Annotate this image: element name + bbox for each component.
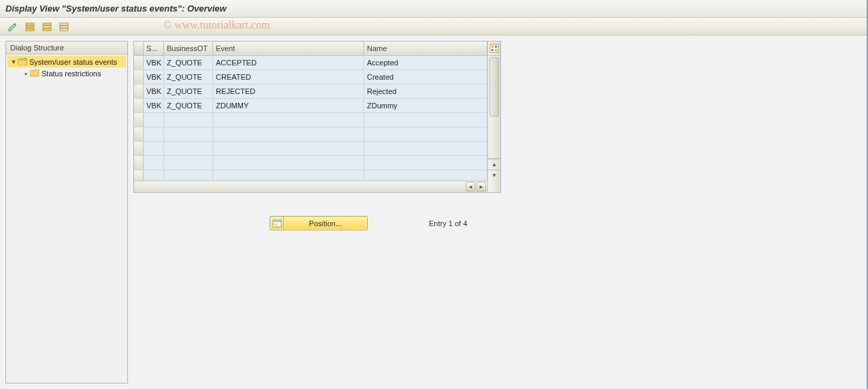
- cell-event: ZDUMMY: [213, 99, 364, 112]
- grid-hscroll: ◄ ►: [134, 181, 487, 192]
- grid-header-row: S... BusinessOT Event Name: [134, 42, 487, 56]
- cell-event: CREATED: [213, 70, 364, 84]
- folder-closed-icon: [30, 69, 39, 77]
- grid-select-all-header[interactable]: [134, 42, 144, 55]
- cell-name: Created: [364, 70, 487, 84]
- tree-item-label: Status restrictions: [42, 69, 101, 78]
- title-bar: Display View "System/user status events"…: [0, 0, 867, 18]
- grid-vscroll[interactable]: [488, 56, 500, 159]
- cell-name: ZDummy: [364, 99, 487, 112]
- table-row-empty[interactable]: [134, 113, 487, 127]
- scroll-left-button[interactable]: ◄: [466, 182, 475, 191]
- row-selector[interactable]: [134, 84, 144, 98]
- cell-s: VBK: [144, 84, 164, 98]
- table-row[interactable]: VBKZ_QUOTEREJECTEDRejected: [134, 84, 487, 99]
- svg-rect-3: [43, 23, 51, 25]
- page-title: Display View "System/user status events"…: [5, 3, 227, 14]
- col-header-businessot[interactable]: BusinessOT: [164, 42, 213, 55]
- svg-rect-13: [495, 49, 497, 51]
- cell-name: Rejected: [364, 84, 487, 98]
- expand-toggle-icon[interactable]: ▼: [10, 59, 17, 65]
- cell-s: VBK: [144, 70, 164, 84]
- scrollbar-thumb[interactable]: [489, 57, 499, 116]
- svg-rect-1: [26, 26, 34, 28]
- svg-rect-16: [274, 223, 277, 225]
- cell-businessot: Z_QUOTE: [164, 99, 213, 112]
- dialog-structure-panel: Dialog Structure ▼ System/user status ev…: [5, 41, 128, 384]
- col-header-event[interactable]: Event: [213, 42, 364, 55]
- position-button[interactable]: Position...: [270, 216, 368, 230]
- position-icon: [270, 217, 284, 230]
- row-selector[interactable]: [134, 142, 144, 155]
- row-selector[interactable]: [134, 113, 144, 127]
- cell-name: Accepted: [364, 56, 487, 69]
- row-selector[interactable]: [134, 99, 144, 112]
- table-row[interactable]: VBKZ_QUOTEACCEPTEDAccepted: [134, 56, 487, 70]
- svg-rect-9: [490, 44, 498, 52]
- tree-item-status-restrictions[interactable]: • Status restrictions: [7, 67, 126, 79]
- svg-rect-11: [495, 46, 497, 48]
- cell-s: VBK: [144, 99, 164, 112]
- table-row-empty[interactable]: [134, 127, 487, 142]
- svg-rect-6: [60, 23, 68, 25]
- svg-rect-7: [60, 26, 68, 28]
- svg-rect-8: [60, 29, 68, 31]
- data-grid: S... BusinessOT Event Name VBKZ_QUOTEACC…: [133, 41, 501, 193]
- scroll-up-button[interactable]: ▲: [488, 159, 500, 170]
- svg-rect-15: [273, 220, 281, 222]
- watermark: © www.tutorialkart.com: [163, 19, 270, 31]
- row-selector[interactable]: [134, 127, 144, 141]
- svg-rect-5: [43, 29, 51, 31]
- deselect-all-button[interactable]: [57, 20, 71, 33]
- col-header-s[interactable]: S...: [144, 42, 164, 55]
- select-block-button[interactable]: [39, 20, 54, 33]
- tree-header: Dialog Structure: [6, 42, 127, 55]
- toggle-edit-button[interactable]: [5, 20, 20, 33]
- svg-rect-0: [26, 23, 34, 25]
- scroll-right-button[interactable]: ►: [477, 182, 486, 191]
- cell-event: REJECTED: [213, 84, 364, 98]
- bullet-icon: •: [22, 69, 29, 78]
- cell-businessot: Z_QUOTE: [164, 56, 213, 69]
- position-button-label: Position...: [284, 219, 367, 228]
- svg-rect-2: [26, 29, 34, 31]
- row-selector[interactable]: [134, 170, 144, 181]
- select-all-button[interactable]: [22, 20, 37, 33]
- table-row[interactable]: VBKZ_QUOTECREATEDCreated: [134, 70, 487, 84]
- table-row-empty[interactable]: [134, 156, 487, 170]
- table-row-empty[interactable]: [134, 142, 487, 156]
- svg-rect-4: [43, 26, 51, 28]
- scroll-down-button[interactable]: ▼: [488, 170, 500, 181]
- cell-event: ACCEPTED: [213, 56, 364, 69]
- svg-rect-10: [492, 46, 494, 48]
- entry-counter: Entry 1 of 4: [429, 219, 467, 228]
- row-selector[interactable]: [134, 156, 144, 170]
- grid-config-button[interactable]: [488, 42, 500, 56]
- table-row[interactable]: VBKZ_QUOTEZDUMMYZDummy: [134, 99, 487, 113]
- table-row-empty[interactable]: [134, 170, 487, 181]
- app-toolbar: © www.tutorialkart.com: [0, 18, 867, 35]
- svg-rect-12: [492, 49, 494, 51]
- col-header-name[interactable]: Name: [364, 42, 487, 55]
- row-selector[interactable]: [134, 56, 144, 69]
- row-selector[interactable]: [134, 70, 144, 84]
- cell-businessot: Z_QUOTE: [164, 84, 213, 98]
- tree-item-system-user-status-events[interactable]: ▼ System/user status events: [7, 56, 126, 67]
- cell-businessot: Z_QUOTE: [164, 70, 213, 84]
- tree-body: ▼ System/user status events • Status res…: [6, 55, 127, 80]
- cell-s: VBK: [144, 56, 164, 69]
- tree-item-label: System/user status events: [29, 58, 117, 66]
- folder-open-icon: [18, 58, 27, 65]
